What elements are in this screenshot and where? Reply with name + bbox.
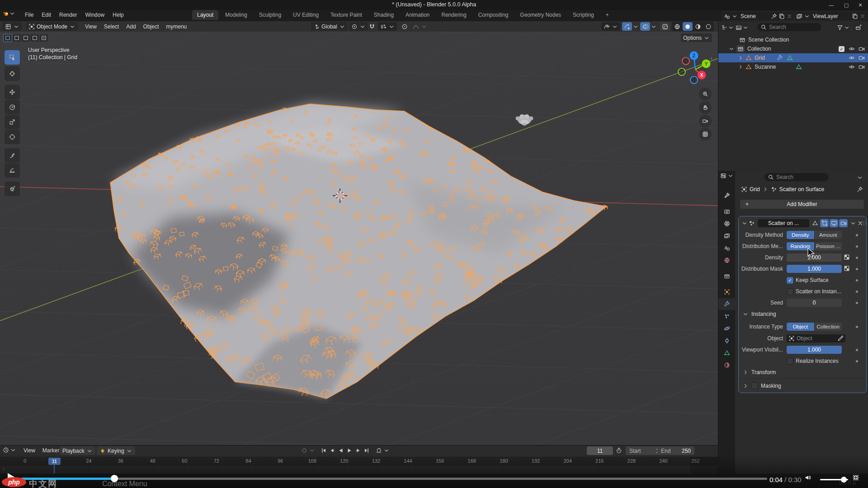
snap-settings-dropdown[interactable] — [378, 22, 397, 31]
panel-collapse-chevron-icon[interactable] — [741, 220, 748, 226]
modifier-realtime-toggle[interactable] — [830, 219, 838, 227]
tool-add-cube[interactable] — [5, 182, 20, 196]
properties-tab-modifiers[interactable] — [718, 298, 735, 310]
viewport-3d[interactable]: User Perspective (11) Collection | Grid … — [0, 32, 718, 445]
autokey-chevron-icon[interactable] — [309, 447, 315, 454]
tool-transform[interactable] — [5, 130, 20, 144]
shading-wireframe-button[interactable] — [672, 22, 682, 31]
masking-checkbox[interactable] — [751, 382, 758, 389]
properties-tab-scene[interactable] — [718, 242, 735, 254]
axis-neg-x-ball[interactable] — [682, 57, 689, 65]
menu-edit[interactable]: Edit — [38, 10, 55, 19]
scene-selector[interactable]: Scene — [722, 11, 795, 21]
workspace-tab-sculpting[interactable]: Sculpting — [254, 10, 286, 20]
close-button[interactable]: ✕ — [854, 0, 867, 10]
properties-tab-render[interactable] — [718, 206, 735, 217]
hide-viewport-eye-icon[interactable] — [849, 55, 855, 61]
eyedropper-icon[interactable] — [837, 335, 844, 342]
expand-chevron-icon[interactable] — [737, 64, 744, 70]
tool-rotate[interactable] — [5, 100, 20, 114]
editor-type-button[interactable] — [3, 22, 22, 31]
keyframe-dot[interactable] — [856, 268, 858, 270]
show-overlays-toggle[interactable] — [640, 22, 650, 31]
menu-render[interactable]: Render — [55, 10, 81, 19]
expand-chevron-icon[interactable] — [737, 55, 744, 61]
viewport-menu-add[interactable]: Add — [123, 23, 139, 31]
realize-instances-checkbox[interactable] — [787, 358, 793, 365]
outliner-row-grid[interactable]: Grid — [718, 53, 868, 62]
workspace-tab-animation[interactable]: Animation — [401, 10, 434, 20]
select-mode-invert[interactable] — [31, 34, 39, 42]
modifier-render-toggle[interactable] — [839, 219, 848, 227]
breadcrumb-object[interactable]: Grid — [750, 186, 760, 192]
modifier-editmode-toggle[interactable] — [820, 219, 829, 227]
app-menu-chevron-icon[interactable] — [9, 10, 15, 17]
properties-tab-particles[interactable] — [718, 310, 735, 322]
keyframe-dot[interactable] — [856, 234, 858, 236]
properties-tab-physics[interactable] — [718, 323, 735, 334]
exit-fullscreen-icon[interactable] — [853, 474, 859, 481]
keyframe-dot[interactable] — [856, 360, 858, 362]
keyframe-dot[interactable] — [856, 326, 858, 328]
pan-view-button[interactable] — [699, 101, 712, 114]
seed-field[interactable]: 0 — [787, 299, 842, 307]
preview-range-chevron-icon[interactable] — [383, 447, 390, 454]
video-progress-remaining[interactable] — [114, 478, 767, 480]
tool-move[interactable] — [5, 85, 20, 99]
jump-to-start-button[interactable] — [320, 446, 327, 455]
keyframe-dot[interactable] — [856, 291, 858, 293]
autokey-button[interactable] — [300, 446, 308, 455]
distribution-mask-slider[interactable]: 1.000 — [787, 265, 842, 273]
tool-select-box[interactable] — [5, 50, 20, 65]
keep-surface-checkbox[interactable]: ✓ — [787, 277, 793, 284]
disable-render-camera-icon[interactable] — [859, 55, 865, 61]
visibility-dropdown[interactable] — [601, 22, 620, 31]
mode-dropdown[interactable]: Object Mode — [26, 22, 78, 31]
show-gizmo-toggle[interactable] — [622, 22, 632, 31]
workspace-tab-layout[interactable]: Layout — [192, 10, 218, 20]
workspace-tab-uv-editing[interactable]: UV Editing — [288, 10, 324, 20]
keyframe-dot[interactable] — [856, 257, 858, 259]
outliner-row-scene-collection[interactable]: Scene Collection — [718, 35, 868, 44]
instance-type-collection[interactable]: Collection — [815, 323, 842, 331]
proportional-editing-toggle[interactable] — [400, 22, 410, 31]
viewport-visibility-slider[interactable]: 1.000 — [787, 346, 842, 354]
tool-cursor[interactable] — [5, 66, 20, 81]
sidebar-collapse-arrow[interactable]: ‹ — [711, 55, 712, 61]
viewlayer-selector[interactable]: ViewLayer — [794, 11, 868, 21]
density-method-amount[interactable]: Amount — [815, 231, 842, 239]
outliner-search-input[interactable]: Search — [757, 23, 821, 31]
shading-material-button[interactable] — [693, 22, 703, 31]
outliner-display-mode-dropdown[interactable] — [721, 23, 734, 32]
options-dropdown[interactable]: Options — [681, 33, 712, 42]
tool-annotate[interactable] — [5, 148, 20, 163]
menu-help[interactable]: Help — [108, 10, 128, 19]
jump-to-end-button[interactable] — [363, 446, 370, 455]
timeline-editor-type-button[interactable] — [3, 447, 16, 453]
new-collection-button[interactable] — [853, 23, 864, 32]
blender-logo-icon[interactable] — [3, 10, 9, 17]
axis-neg-y-ball[interactable] — [678, 68, 685, 75]
viewport-menu-select[interactable]: Select — [100, 23, 123, 31]
volume-knob[interactable] — [841, 477, 847, 483]
attribute-toggle-icon[interactable] — [844, 265, 850, 272]
masking-section-header[interactable]: Masking — [742, 382, 781, 389]
keyframe-dot[interactable] — [856, 302, 858, 304]
transform-section-header[interactable]: Transform — [742, 369, 776, 375]
properties-tab-viewlayer[interactable] — [718, 230, 735, 242]
remove-icon[interactable] — [859, 13, 866, 19]
overlays-chevron-icon[interactable] — [651, 23, 657, 30]
properties-tab-output[interactable] — [718, 218, 735, 230]
camera-view-button[interactable] — [699, 115, 712, 127]
disable-render-camera-icon[interactable] — [859, 64, 865, 70]
keyframe-dot[interactable] — [856, 349, 858, 351]
workspace-tab-shading[interactable]: Shading — [369, 10, 399, 20]
properties-tab-material[interactable] — [718, 359, 735, 371]
falloff-dropdown[interactable] — [410, 22, 429, 31]
scene-canvas[interactable] — [0, 32, 718, 445]
outliner-filter-dropdown[interactable] — [837, 23, 849, 32]
properties-tab-tool[interactable] — [718, 190, 735, 202]
menu-file[interactable]: File — [21, 10, 38, 19]
outliner-filter-id-dropdown[interactable] — [736, 23, 748, 32]
select-mode-subtract[interactable] — [22, 34, 30, 42]
